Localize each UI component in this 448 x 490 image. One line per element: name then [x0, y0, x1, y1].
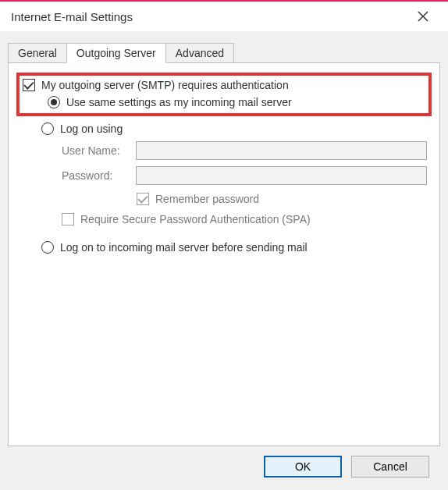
checkbox-icon: [137, 193, 149, 205]
require-spa-row: Require Secure Password Authentication (…: [62, 213, 427, 225]
tab-general[interactable]: General: [8, 43, 67, 62]
log-on-using-row[interactable]: Log on using: [41, 123, 427, 135]
ok-button[interactable]: OK: [264, 456, 342, 478]
cancel-button[interactable]: Cancel: [351, 456, 429, 478]
remember-password-row: Remember password: [137, 193, 427, 205]
password-row: Password:: [62, 166, 427, 185]
requires-auth-label: My outgoing server (SMTP) requires authe…: [41, 79, 289, 91]
require-spa-label: Require Secure Password Authentication (…: [80, 213, 311, 225]
tab-panel-outgoing: My outgoing server (SMTP) requires authe…: [8, 62, 440, 446]
dialog-body: General Outgoing Server Advanced My outg…: [0, 31, 448, 490]
tab-strip: General Outgoing Server Advanced: [8, 41, 440, 62]
remember-password-label: Remember password: [155, 193, 259, 205]
radio-icon: [48, 96, 60, 108]
log-on-before-row[interactable]: Log on to incoming mail server before se…: [41, 241, 427, 254]
tab-outgoing-server[interactable]: Outgoing Server: [66, 43, 166, 63]
email-settings-dialog: Internet E-mail Settings General Outgoin…: [0, 0, 448, 490]
password-input[interactable]: [136, 166, 427, 185]
radio-icon: [41, 241, 54, 254]
radio-icon: [41, 123, 54, 135]
checkbox-icon: [23, 79, 35, 91]
highlight-annotation: My outgoing server (SMTP) requires authe…: [16, 73, 432, 116]
use-same-settings-label: Use same settings as my incoming mail se…: [66, 96, 292, 108]
password-label: Password:: [62, 169, 136, 182]
tab-advanced[interactable]: Advanced: [165, 43, 234, 62]
button-bar: OK Cancel: [8, 446, 440, 490]
window-title: Internet E-mail Settings: [11, 10, 133, 23]
username-input[interactable]: [136, 141, 427, 160]
log-on-before-label: Log on to incoming mail server before se…: [60, 241, 308, 254]
username-row: User Name:: [62, 141, 427, 160]
requires-auth-row[interactable]: My outgoing server (SMTP) requires authe…: [23, 79, 425, 91]
close-button[interactable]: [407, 1, 439, 32]
username-label: User Name:: [62, 144, 136, 157]
close-icon: [418, 11, 428, 22]
use-same-settings-row[interactable]: Use same settings as my incoming mail se…: [48, 96, 425, 108]
log-on-using-label: Log on using: [60, 123, 123, 135]
checkbox-icon: [62, 213, 74, 225]
titlebar: Internet E-mail Settings: [0, 0, 448, 31]
